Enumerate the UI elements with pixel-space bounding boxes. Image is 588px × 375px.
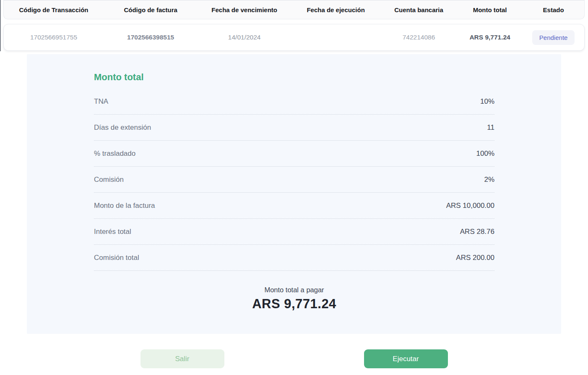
detail-value: ARS 10,000.00 — [446, 202, 494, 210]
cell-due-date: 14/01/2024 — [198, 34, 291, 41]
detail-value: ARS 28.76 — [460, 228, 494, 236]
detail-label: Comisión — [94, 176, 124, 184]
detail-row-commission: Comisión 2% — [94, 167, 494, 193]
detail-label: Monto de la factura — [94, 202, 155, 210]
table-header-row: Código de Transacción Código de factura … — [3, 0, 585, 19]
detail-row-total-commission: Comisión total ARS 200.00 — [94, 245, 494, 271]
cell-total-amount: ARS 9,771.24 — [457, 34, 523, 41]
detail-row-total-interest: Interés total ARS 28.76 — [94, 219, 494, 245]
total-to-pay-label: Monto total a pagar — [94, 286, 494, 294]
total-to-pay-block: Monto total a pagar ARS 9,771.24 — [94, 286, 494, 312]
detail-label: Comisión total — [94, 254, 139, 262]
transactions-table: Código de Transacción Código de factura … — [0, 0, 588, 51]
detail-row-invoice-amount: Monto de la factura ARS 10,000.00 — [94, 193, 494, 219]
cell-invoice-code: 1702566398515 — [104, 34, 198, 41]
column-header-execution-date: Fecha de ejecución — [291, 6, 380, 13]
detail-row-extension-days: Días de extensión 11 — [94, 115, 494, 141]
detail-label: TNA — [94, 97, 108, 106]
cell-bank-account: 742214086 — [380, 34, 457, 41]
cell-status: Pendiente — [523, 30, 584, 45]
column-header-status: Estado — [523, 6, 584, 13]
detail-value: 11 — [487, 123, 494, 132]
detail-value: 100% — [476, 149, 494, 158]
total-to-pay-value: ARS 9,771.24 — [94, 296, 494, 312]
amount-detail-panel: Monto total TNA 10% Días de extensión 11… — [27, 54, 561, 334]
column-header-transaction-code: Código de Transacción — [4, 6, 104, 13]
window-edge-line — [0, 0, 1, 51]
cell-transaction-code: 1702566951755 — [4, 34, 104, 41]
detail-value: 10% — [480, 97, 494, 106]
detail-row-transferred-pct: % trasladado 100% — [94, 141, 494, 167]
action-bar: Salir Ejecutar — [0, 349, 588, 368]
detail-row-tna: TNA 10% — [94, 89, 494, 115]
detail-value: ARS 200.00 — [456, 254, 494, 262]
detail-label: Interés total — [94, 228, 131, 236]
column-header-due-date: Fecha de vencimiento — [198, 6, 291, 13]
execute-button[interactable]: Ejecutar — [364, 349, 448, 368]
detail-label: % trasladado — [94, 149, 135, 158]
column-header-total-amount: Monto total — [457, 6, 523, 13]
column-header-invoice-code: Código de factura — [104, 6, 198, 13]
status-badge: Pendiente — [532, 30, 575, 45]
exit-button[interactable]: Salir — [140, 349, 224, 368]
detail-label: Días de extensión — [94, 123, 151, 132]
table-row[interactable]: 1702566951755 1702566398515 14/01/2024 7… — [3, 24, 585, 51]
column-header-bank-account: Cuenta bancaria — [380, 6, 457, 13]
detail-value: 2% — [484, 176, 494, 184]
panel-title: Monto total — [94, 72, 494, 83]
